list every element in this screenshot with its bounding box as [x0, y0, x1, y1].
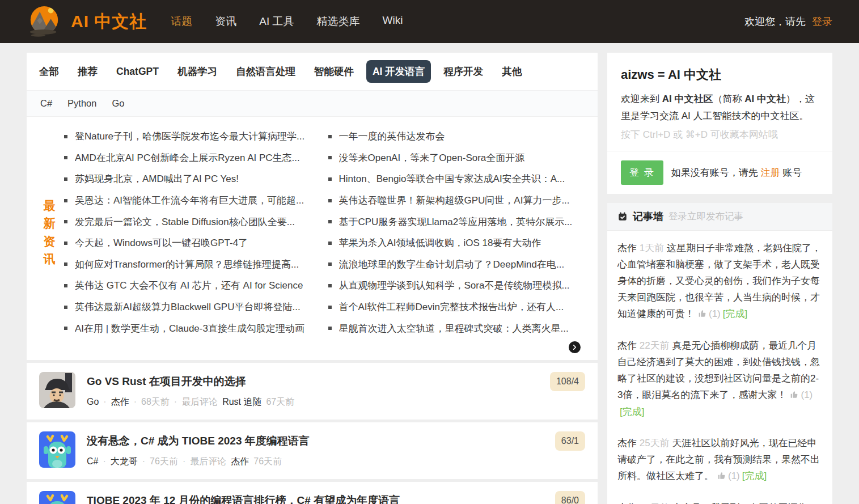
topic-avatar — [39, 491, 75, 504]
nav-item-4[interactable]: Wiki — [383, 14, 403, 29]
news-item[interactable]: 吴恩达：AI智能体工作流今年将有巨大进展，可能超... — [64, 190, 328, 211]
about-footer: 登 录 如果没有账号，请先 注册 账号 — [607, 151, 832, 194]
topic-title[interactable]: 没有悬念，C# 成为 TIOBE 2023 年度编程语言 — [87, 434, 310, 448]
topic-row[interactable]: Go VS Rust 在项目开发中的选择Go·杰作·68天前·最后评论Rust … — [27, 363, 598, 420]
note-author[interactable]: 杰作 — [617, 502, 637, 504]
news-item[interactable]: 如何应对Transformer的计算局限？思维链推理提高... — [64, 254, 328, 276]
nav-item-0[interactable]: 话题 — [171, 14, 192, 29]
topic-category[interactable]: Go — [87, 397, 99, 407]
news-item[interactable]: 一年一度的英伟达发布会 — [328, 126, 593, 147]
news-item-title: 星舰首次进入太空轨道，里程碑式突破：人类离火星... — [339, 322, 569, 335]
news-item-title: 基于CPU服务器实现Llama2等应用落地，英特尔展示... — [339, 215, 573, 228]
note-author[interactable]: 杰作 — [617, 438, 637, 448]
site-brand[interactable]: AI 中文社 — [71, 10, 147, 33]
topic-title[interactable]: Go VS Rust 在项目开发中的选择 — [87, 374, 294, 389]
reply-count-badge: 108/4 — [550, 372, 585, 391]
done-tag: [完成] — [723, 308, 747, 319]
note-author[interactable]: 杰作 — [617, 340, 637, 351]
news-item[interactable]: 从直观物理学谈到认知科学，Sora不是传统物理模拟... — [328, 275, 593, 297]
note-author[interactable]: 杰作 — [617, 243, 637, 253]
news-item[interactable]: 星舰首次进入太空轨道，里程碑式突破：人类离火星... — [328, 317, 593, 339]
category-tab-0[interactable]: 全部 — [33, 60, 65, 83]
category-tab-6[interactable]: AI 开发语言 — [366, 60, 431, 83]
news-item[interactable]: 英伟达 GTC 大会不仅有 AI 芯片，还有 AI for Science — [64, 275, 328, 297]
page-content: 全部推荐ChatGPT机器学习自然语言处理智能硬件AI 开发语言程序开发其他 C… — [0, 43, 859, 504]
thumbs-up-icon[interactable]: (1) — [698, 308, 721, 319]
topic-row[interactable]: TIOBE 2023 年 12 月份的编程语言排行榜，C# 有望成为年度语言86… — [27, 482, 598, 504]
register-link[interactable]: 注册 — [760, 167, 780, 178]
bullet-icon — [328, 306, 332, 309]
main-column: 全部推荐ChatGPT机器学习自然语言处理智能硬件AI 开发语言程序开发其他 C… — [27, 53, 598, 504]
register-line: 如果没有账号，请先 注册 账号 — [671, 166, 802, 179]
subtab-2[interactable]: Go — [112, 98, 124, 109]
news-item[interactable]: 苹果为杀入AI领域低调收购，iOS 18要有大动作 — [328, 232, 593, 254]
bullet-icon — [328, 199, 332, 202]
topic-time: 76天前 — [150, 456, 178, 468]
category-tab-8[interactable]: 其他 — [496, 60, 528, 83]
topic-author[interactable]: 杰作 — [111, 396, 129, 408]
news-item[interactable]: 苏妈现身北京，AMD喊出了AI PC Yes! — [64, 168, 328, 190]
news-item[interactable]: Hinton、Bengio等联合中国专家达成AI安全共识：A... — [328, 168, 593, 190]
category-tab-4[interactable]: 自然语言处理 — [230, 60, 302, 83]
nav-item-1[interactable]: 资讯 — [215, 14, 236, 29]
nav-item-3[interactable]: 精选类库 — [317, 14, 360, 29]
about-desc-text: 欢迎来到 — [621, 94, 662, 104]
bullet-icon — [64, 242, 67, 245]
navbar-login-link[interactable]: 登录 — [812, 16, 832, 27]
news-item-title: 苹果为杀入AI领域低调收购，iOS 18要有大动作 — [339, 236, 541, 249]
topic-row[interactable]: 没有悬念，C# 成为 TIOBE 2023 年度编程语言C#·大龙哥·76天前·… — [27, 422, 598, 479]
subtab-1[interactable]: Python — [67, 98, 96, 109]
category-tab-7[interactable]: 程序开发 — [437, 60, 489, 83]
news-item-title: 英伟达 GTC 大会不仅有 AI 芯片，还有 AI for Science — [75, 279, 303, 292]
subtab-0[interactable]: C# — [40, 98, 52, 109]
last-comment-user[interactable]: Rust 追随 — [222, 396, 261, 408]
bullet-icon — [328, 135, 332, 138]
topic-main: 没有悬念，C# 成为 TIOBE 2023 年度编程语言C#·大龙哥·76天前·… — [87, 431, 310, 470]
last-comment-label: 最后评论 — [190, 456, 226, 468]
news-item[interactable]: 今天起，Windows可以一键召唤GPT-4了 — [64, 232, 328, 254]
topic-author[interactable]: 大龙哥 — [111, 456, 138, 468]
bullet-icon — [328, 327, 332, 330]
category-tab-2[interactable]: ChatGPT — [110, 61, 165, 82]
nav-item-2[interactable]: AI 工具 — [259, 14, 294, 29]
category-tabs: 全部推荐ChatGPT机器学习自然语言处理智能硬件AI 开发语言程序开发其他 — [27, 53, 598, 90]
news-item[interactable]: 没等来OpenAI，等来了Open-Sora全面开源 — [328, 147, 593, 169]
news-next-button[interactable] — [569, 341, 581, 353]
sidebar-login-button[interactable]: 登 录 — [621, 160, 663, 185]
category-tab-1[interactable]: 推荐 — [71, 60, 104, 83]
news-item[interactable]: 发完最后一篇论文，Stable Diffusion核心团队全要... — [64, 211, 328, 232]
news-item[interactable]: 首个AI软件工程师Devin完整技术报告出炉，还有人... — [328, 297, 593, 318]
dot-separator: · — [183, 456, 185, 467]
thumbs-up-icon[interactable]: (1) — [790, 389, 813, 400]
topics-panel: 全部推荐ChatGPT机器学习自然语言处理智能硬件AI 开发语言程序开发其他 C… — [27, 53, 598, 360]
topic-title[interactable]: TIOBE 2023 年 12 月份的编程语言排行榜，C# 有望成为年度语言 — [87, 493, 400, 504]
category-tab-3[interactable]: 机器学习 — [171, 60, 223, 83]
news-item-title: 流浪地球里的数字生命计划启动了？DeepMind在电... — [339, 258, 565, 271]
topic-category[interactable]: C# — [87, 456, 98, 467]
news-item[interactable]: AMD在北京AI PC创新峰会上展示Ryzen AI PC生态... — [64, 147, 328, 169]
notes-wall-subtitle[interactable]: 登录立即发布记事 — [668, 210, 743, 223]
thumbs-up-icon[interactable]: (1) — [717, 471, 740, 481]
bullet-icon — [64, 135, 67, 138]
news-item-title: AI在用 | 数学更生动，Claude-3直接生成勾股定理动画 — [75, 322, 304, 335]
news-item[interactable]: 英伟达吞噬世界！新架构超级GPU问世，AI算力一步... — [328, 190, 593, 211]
bookmark-hint: 按下 Ctrl+D 或 ⌘+D 可收藏本网站哦 — [621, 128, 819, 151]
news-item[interactable]: AI在用 | 数学更生动，Claude-3直接生成勾股定理动画 — [64, 317, 328, 339]
bullet-icon — [64, 220, 67, 223]
note-time: 22天前 — [640, 340, 670, 351]
dot-separator: · — [103, 397, 106, 407]
news-item[interactable]: 英伟达最新AI超级算力Blackwell GPU平台即将登陆... — [64, 297, 328, 318]
about-desc-text: （简称 — [713, 94, 744, 104]
last-comment-user[interactable]: 杰作 — [231, 456, 249, 468]
site-logo-icon[interactable] — [27, 4, 62, 39]
news-item[interactable]: 基于CPU服务器实现Llama2等应用落地，英特尔展示... — [328, 211, 593, 232]
news-item[interactable]: 登Nature子刊，哈佛医学院发布迄今最大计算病理学... — [64, 126, 328, 147]
latest-news-section: 最新资讯 登Nature子刊，哈佛医学院发布迄今最大计算病理学...AMD在北京… — [27, 117, 598, 339]
note-time: 1天前 — [640, 243, 664, 253]
news-item-title: 英伟达最新AI超级算力Blackwell GPU平台即将登陆... — [75, 300, 301, 314]
note-item: 杰作 1天前 这星期日子非常难熬，老妈住院了，心血管堵塞和脑梗塞，做了支架手术，… — [617, 232, 822, 330]
news-item[interactable]: 流浪地球里的数字生命计划启动了？DeepMind在电... — [328, 254, 593, 276]
register-suffix: 账号 — [782, 167, 802, 178]
news-item-title: Hinton、Bengio等联合中国专家达成AI安全共识：A... — [339, 172, 565, 185]
category-tab-5[interactable]: 智能硬件 — [308, 60, 360, 83]
